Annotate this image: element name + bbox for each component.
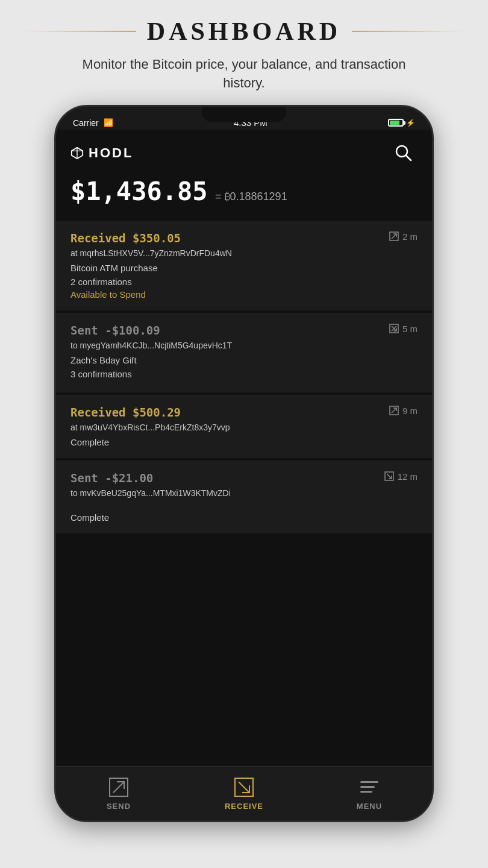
- tx-header-row: Sent -$100.09 5 m: [70, 324, 418, 337]
- menu-icon: [358, 776, 380, 798]
- menu-line-1: [360, 781, 378, 783]
- bottom-nav: SEND RECEIVE: [56, 766, 432, 820]
- page-header: DASHBOARD Monitor the Bitcoin price, you…: [0, 0, 488, 105]
- tx-confirmations: 3 confirmations: [70, 369, 418, 379]
- phone-frame: Carrier 📶 4:33 PM ⚡ HODL: [54, 105, 434, 822]
- balance-area: $1,436.85 = ₿0.18861291: [56, 172, 432, 221]
- nav-send[interactable]: SEND: [56, 776, 181, 811]
- tx-header-row: Received $500.29 9 m: [70, 406, 418, 419]
- sent-arrow-icon: [384, 471, 394, 481]
- received-arrow-icon: [389, 406, 399, 415]
- tx-amount: Sent -$21.00: [70, 471, 153, 485]
- svg-line-4: [406, 156, 411, 160]
- received-arrow-icon: [389, 231, 399, 241]
- balance-btc: = ₿0.18861291: [215, 190, 287, 203]
- battery-fill: [390, 121, 399, 125]
- menu-line-3: [360, 791, 372, 793]
- tx-confirmations: 2 confirmations: [70, 277, 418, 287]
- tx-address: to myegYamh4KCJb...NcjtiM5G4upevHc1T: [70, 341, 418, 350]
- receive-arrow-box-icon: [234, 777, 254, 797]
- status-left: Carrier 📶: [73, 118, 113, 128]
- svg-line-13: [387, 474, 392, 479]
- nav-receive[interactable]: RECEIVE: [181, 776, 307, 811]
- transaction-card[interactable]: Sent -$100.09 5 m to myegYamh4KCJb...Ncj…: [56, 313, 432, 392]
- search-button[interactable]: [390, 139, 418, 167]
- status-right: ⚡: [388, 119, 415, 127]
- app-name-label: HODL: [89, 145, 133, 161]
- sent-arrow-icon: [389, 324, 399, 333]
- header-title-row: DASHBOARD: [24, 17, 464, 46]
- header-line-left: [24, 31, 136, 32]
- transaction-card[interactable]: Sent -$21.00 12 m to mvKvBeU25gqYa...MTM…: [56, 461, 432, 533]
- tx-status: Complete: [70, 437, 418, 447]
- transaction-card[interactable]: Received $500.29 9 m at mw3uV4YbxRisCt..…: [56, 395, 432, 458]
- app-header: HODL: [56, 130, 432, 172]
- tx-time: 5 m: [389, 324, 418, 334]
- app-logo: HODL: [70, 145, 133, 161]
- header-line-right: [352, 31, 464, 32]
- tx-label: Zach's Bday Gift: [70, 355, 418, 365]
- svg-line-11: [392, 408, 396, 413]
- tx-amount: Received $350.05: [70, 231, 181, 245]
- tx-amount: Received $500.29: [70, 406, 181, 419]
- svg-line-15: [113, 782, 124, 793]
- balance-display: $1,436.85 = ₿0.18861291: [70, 177, 418, 206]
- menu-line-2: [360, 786, 375, 788]
- menu-label: MENU: [357, 802, 382, 811]
- tx-label: Bitcoin ATM purchase: [70, 263, 418, 273]
- tx-header-row: Sent -$21.00 12 m: [70, 471, 418, 485]
- tx-status: Complete: [70, 512, 418, 523]
- logo-diamond-icon: [70, 146, 84, 160]
- tx-time: 9 m: [389, 406, 418, 416]
- nav-menu[interactable]: MENU: [307, 776, 432, 811]
- phone-notch: [202, 107, 286, 122]
- search-icon: [393, 142, 414, 164]
- transactions-list: Received $350.05 2 m at mqrhsLStHXV5V...…: [56, 221, 432, 766]
- transaction-card[interactable]: Received $350.05 2 m at mqrhsLStHXV5V...…: [56, 221, 432, 310]
- send-arrow-box-icon: [108, 777, 129, 797]
- tx-time: 12 m: [384, 471, 418, 482]
- page-subtitle: Monitor the Bitcoin price, your balance,…: [75, 55, 413, 93]
- bolt-icon: ⚡: [406, 119, 415, 127]
- tx-address: at mw3uV4YbxRisCt...Pb4cErkZt8x3y7vvp: [70, 423, 418, 432]
- svg-line-6: [392, 234, 396, 239]
- balance-usd: $1,436.85: [70, 177, 208, 206]
- tx-address: at mqrhsLStHXV5V...7yZnzmRvDrFDu4wN: [70, 248, 418, 258]
- tx-header-row: Received $350.05 2 m: [70, 231, 418, 245]
- send-icon: [108, 776, 130, 798]
- receive-label: RECEIVE: [225, 802, 263, 811]
- tx-address: to mvKvBeU25gqYa...MTMxi1W3KTMvZDi: [70, 488, 418, 498]
- tx-time: 2 m: [389, 231, 418, 242]
- tx-status: Available to Spend: [70, 289, 418, 300]
- phone-screen: HODL $1,436.85 = ₿0.18861291: [56, 130, 432, 820]
- svg-line-17: [239, 782, 249, 793]
- page-title: DASHBOARD: [147, 17, 341, 46]
- menu-lines-icon: [360, 781, 378, 793]
- carrier-label: Carrier: [73, 118, 99, 128]
- tx-amount: Sent -$100.09: [70, 324, 160, 337]
- receive-icon: [233, 776, 255, 798]
- battery-icon: [388, 119, 404, 127]
- wifi-icon: 📶: [104, 118, 113, 127]
- send-label: SEND: [107, 802, 131, 811]
